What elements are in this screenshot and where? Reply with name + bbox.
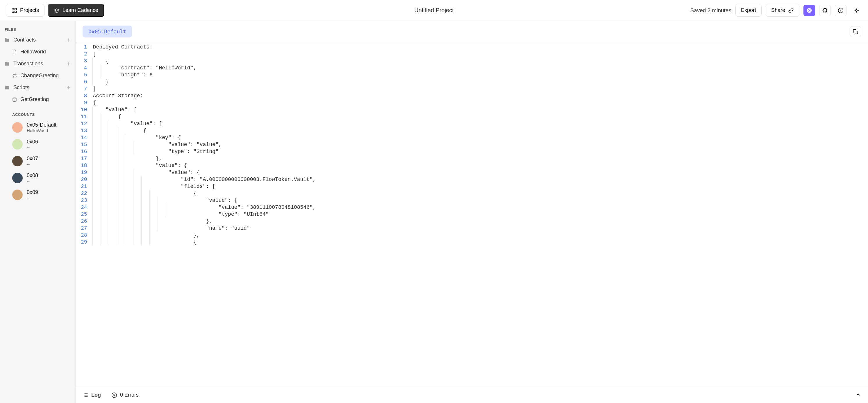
account-item[interactable]: 0x06 -- <box>0 136 75 153</box>
expand-panel-button[interactable] <box>855 392 861 399</box>
code-line[interactable]: "value": [ <box>91 120 868 127</box>
code-line[interactable]: "name": "uuid" <box>91 225 868 232</box>
account-info: 0x06 -- <box>27 139 38 150</box>
indent-guides <box>92 204 174 211</box>
share-button[interactable]: Share <box>766 4 799 16</box>
indent-guides <box>92 71 109 78</box>
account-item[interactable]: 0x07 -- <box>0 153 75 170</box>
code-line[interactable]: { <box>91 190 868 197</box>
indent-guides <box>92 148 141 155</box>
log-tab[interactable]: Log <box>83 392 101 398</box>
code-line[interactable]: ] <box>91 86 868 92</box>
account-item[interactable]: 0x05-Default HelloWorld <box>0 119 75 136</box>
line-number: 13 <box>81 127 87 134</box>
line-number: 25 <box>81 211 87 218</box>
account-sub: -- <box>27 145 38 150</box>
code-line[interactable]: "contract": "HelloWorld", <box>91 64 868 71</box>
account-item[interactable]: 0x08 -- <box>0 170 75 187</box>
code-line[interactable]: Deployed Contracts: <box>91 43 868 51</box>
scripts-header[interactable]: Scripts <box>0 81 75 94</box>
file-name: GetGreeting <box>20 96 49 102</box>
line-number: 5 <box>81 71 87 78</box>
code-line[interactable]: "id": "A.0000000000000003.FlowToken.Vaul… <box>91 176 868 183</box>
code-line[interactable]: "height": 6 <box>91 71 868 78</box>
active-tab[interactable]: 0x05-Default <box>83 26 132 37</box>
file-item-helloworld[interactable]: HelloWorld <box>0 46 75 58</box>
line-number: 24 <box>81 204 87 211</box>
code-line[interactable]: { <box>91 58 868 64</box>
indent-guides <box>92 78 100 86</box>
github-button[interactable] <box>819 5 831 16</box>
transactions-header[interactable]: Transactions <box>0 58 75 70</box>
code-line[interactable]: [ <box>91 51 868 58</box>
indent-guides <box>92 141 141 148</box>
code-line[interactable]: "type": "String" <box>91 148 868 155</box>
code-line[interactable]: "value": { <box>91 162 868 169</box>
folder-icon <box>4 85 10 91</box>
line-number: 8 <box>81 92 87 99</box>
graduation-cap-icon <box>54 7 60 13</box>
line-number: 27 <box>81 225 87 232</box>
content-area: 0x05-Default 123456789101112131415161718… <box>75 21 868 403</box>
code-line[interactable]: "fields": [ <box>91 183 868 190</box>
line-number: 26 <box>81 218 87 225</box>
line-number: 20 <box>81 176 87 183</box>
project-title[interactable]: Untitled Project <box>414 7 454 14</box>
code-editor[interactable]: 1234567891011121314151617181920212223242… <box>75 42 868 387</box>
avatar <box>12 156 23 166</box>
svg-line-16 <box>858 9 858 9</box>
theme-toggle-button[interactable] <box>850 5 862 16</box>
line-number: 22 <box>81 190 87 197</box>
indent-guides <box>92 169 141 176</box>
code-line[interactable]: } <box>91 78 868 86</box>
accounts-label: ACCOUNTS <box>0 105 75 119</box>
line-number: 4 <box>81 64 87 71</box>
code-line[interactable]: { <box>91 239 868 246</box>
code-line[interactable]: "value": { <box>91 197 868 204</box>
code-line[interactable]: "value": { <box>91 169 868 176</box>
line-number: 7 <box>81 86 87 92</box>
add-icon[interactable] <box>66 85 71 90</box>
account-sub: HelloWorld <box>27 128 56 133</box>
code-line[interactable]: }, <box>91 232 868 239</box>
info-button[interactable] <box>835 5 846 16</box>
copy-button[interactable] <box>850 26 861 37</box>
export-button[interactable]: Export <box>736 4 762 16</box>
account-sub: -- <box>27 195 38 200</box>
files-label: FILES <box>0 24 75 34</box>
sun-icon <box>854 7 859 13</box>
account-sub: -- <box>27 178 38 183</box>
folder-icon <box>4 37 10 43</box>
code-line[interactable]: }, <box>91 155 868 162</box>
code-line[interactable]: "value": "value", <box>91 141 868 148</box>
code-line[interactable]: "type": "UInt64" <box>91 211 868 218</box>
code-line[interactable]: { <box>91 99 868 106</box>
line-number: 12 <box>81 120 87 127</box>
projects-button[interactable]: Projects <box>6 4 44 16</box>
add-icon[interactable] <box>66 37 71 43</box>
flow-logo-button[interactable] <box>803 5 815 16</box>
code-line[interactable]: { <box>91 127 868 134</box>
indent-guides <box>92 197 166 204</box>
errors-tab[interactable]: 0 Errors <box>111 392 139 398</box>
file-icon <box>12 49 17 54</box>
account-item[interactable]: 0x09 -- <box>0 187 75 203</box>
code-line[interactable]: "key": { <box>91 134 868 141</box>
error-icon <box>111 392 117 398</box>
add-icon[interactable] <box>66 61 71 66</box>
contracts-header[interactable]: Contracts <box>0 34 75 46</box>
code-line[interactable]: }, <box>91 218 868 225</box>
code-line[interactable]: { <box>91 113 868 120</box>
learn-cadence-button[interactable]: Learn Cadence <box>48 4 104 17</box>
file-item-changegreeting[interactable]: ChangeGreeting <box>0 70 75 81</box>
account-name: 0x05-Default <box>27 122 56 128</box>
topbar-right: Saved 2 minutes Export Share <box>690 4 862 16</box>
code-line[interactable]: Account Storage: <box>91 92 868 99</box>
code-line[interactable]: "value": [ <box>91 106 868 113</box>
link-icon <box>788 7 794 13</box>
file-item-getgreeting[interactable]: GetGreeting <box>0 94 75 105</box>
code-line[interactable]: "value": "3891110078048108546", <box>91 204 868 211</box>
avatar <box>12 122 23 133</box>
code-content[interactable]: Deployed Contracts:[ { "contract": "Hell… <box>91 42 868 387</box>
errors-label: 0 Errors <box>120 392 139 398</box>
